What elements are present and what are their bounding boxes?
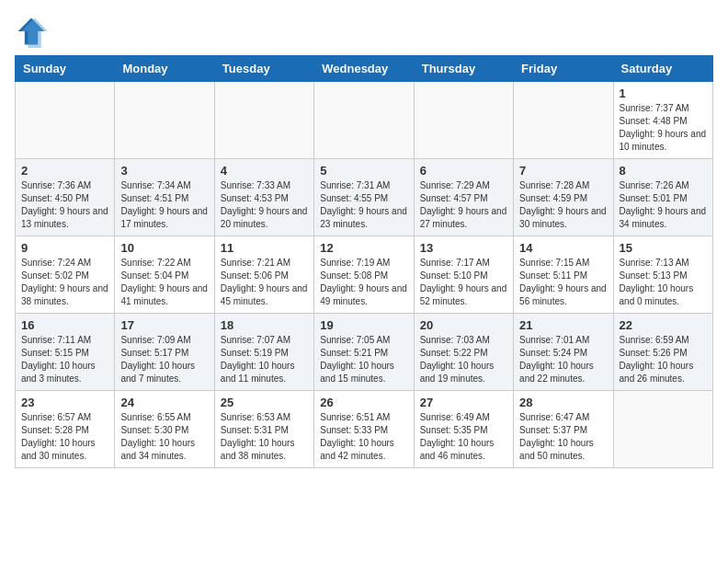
calendar-cell: 18Sunrise: 7:07 AM Sunset: 5:19 PM Dayli… — [214, 314, 313, 391]
weekday-header: Friday — [514, 56, 613, 82]
day-number: 15 — [620, 241, 707, 255]
day-number: 20 — [420, 318, 507, 332]
weekday-header: Tuesday — [214, 56, 313, 82]
day-number: 1 — [620, 86, 707, 100]
day-info: Sunrise: 7:34 AM Sunset: 4:51 PM Dayligh… — [120, 179, 208, 231]
weekday-header: Saturday — [613, 56, 712, 82]
calendar-cell: 24Sunrise: 6:55 AM Sunset: 5:30 PM Dayli… — [115, 391, 214, 468]
calendar-week-row: 2Sunrise: 7:36 AM Sunset: 4:50 PM Daylig… — [16, 159, 713, 236]
calendar-cell: 26Sunrise: 6:51 AM Sunset: 5:33 PM Dayli… — [314, 391, 414, 468]
day-info: Sunrise: 7:03 AM Sunset: 5:22 PM Dayligh… — [420, 334, 507, 385]
day-info: Sunrise: 7:15 AM Sunset: 5:11 PM Dayligh… — [519, 257, 607, 308]
day-info: Sunrise: 7:29 AM Sunset: 4:57 PM Dayligh… — [420, 179, 507, 231]
day-number: 12 — [320, 241, 407, 255]
calendar-cell: 3Sunrise: 7:34 AM Sunset: 4:51 PM Daylig… — [115, 159, 214, 236]
day-number: 7 — [519, 164, 607, 178]
day-info: Sunrise: 7:05 AM Sunset: 5:21 PM Dayligh… — [320, 334, 407, 385]
logo-icon — [15, 15, 48, 48]
day-info: Sunrise: 6:57 AM Sunset: 5:28 PM Dayligh… — [21, 411, 108, 463]
day-number: 17 — [120, 318, 208, 332]
day-info: Sunrise: 7:37 AM Sunset: 4:48 PM Dayligh… — [620, 102, 707, 154]
calendar-cell — [16, 82, 115, 159]
day-info: Sunrise: 7:24 AM Sunset: 5:02 PM Dayligh… — [21, 257, 108, 308]
calendar-cell — [414, 82, 513, 159]
calendar-cell: 27Sunrise: 6:49 AM Sunset: 5:35 PM Dayli… — [414, 391, 513, 468]
calendar-week-row: 9Sunrise: 7:24 AM Sunset: 5:02 PM Daylig… — [16, 236, 713, 314]
calendar-cell: 12Sunrise: 7:19 AM Sunset: 5:08 PM Dayli… — [314, 236, 414, 314]
day-info: Sunrise: 6:55 AM Sunset: 5:30 PM Dayligh… — [120, 411, 208, 463]
calendar-cell: 4Sunrise: 7:33 AM Sunset: 4:53 PM Daylig… — [214, 159, 313, 236]
calendar-cell: 19Sunrise: 7:05 AM Sunset: 5:21 PM Dayli… — [314, 314, 414, 391]
calendar-cell: 25Sunrise: 6:53 AM Sunset: 5:31 PM Dayli… — [214, 391, 313, 468]
day-info: Sunrise: 7:22 AM Sunset: 5:04 PM Dayligh… — [120, 257, 208, 308]
day-number: 3 — [120, 164, 208, 178]
day-number: 16 — [21, 318, 108, 332]
calendar-cell: 8Sunrise: 7:26 AM Sunset: 5:01 PM Daylig… — [613, 159, 712, 236]
calendar-cell: 9Sunrise: 7:24 AM Sunset: 5:02 PM Daylig… — [16, 236, 115, 314]
calendar-week-row: 23Sunrise: 6:57 AM Sunset: 5:28 PM Dayli… — [16, 391, 713, 468]
day-info: Sunrise: 7:01 AM Sunset: 5:24 PM Dayligh… — [519, 334, 607, 385]
day-number: 14 — [519, 241, 607, 255]
calendar-cell: 11Sunrise: 7:21 AM Sunset: 5:06 PM Dayli… — [214, 236, 313, 314]
calendar-cell: 13Sunrise: 7:17 AM Sunset: 5:10 PM Dayli… — [414, 236, 513, 314]
day-number: 10 — [120, 241, 208, 255]
day-number: 6 — [420, 164, 507, 178]
calendar-cell: 15Sunrise: 7:13 AM Sunset: 5:13 PM Dayli… — [613, 236, 712, 314]
day-info: Sunrise: 7:36 AM Sunset: 4:50 PM Dayligh… — [21, 179, 108, 231]
day-info: Sunrise: 7:17 AM Sunset: 5:10 PM Dayligh… — [420, 257, 507, 308]
day-info: Sunrise: 6:53 AM Sunset: 5:31 PM Dayligh… — [221, 411, 308, 463]
calendar-cell: 16Sunrise: 7:11 AM Sunset: 5:15 PM Dayli… — [16, 314, 115, 391]
day-info: Sunrise: 7:13 AM Sunset: 5:13 PM Dayligh… — [620, 257, 707, 308]
calendar-cell — [314, 82, 414, 159]
day-number: 2 — [21, 164, 108, 178]
weekday-header: Sunday — [16, 56, 115, 82]
calendar-cell: 14Sunrise: 7:15 AM Sunset: 5:11 PM Dayli… — [514, 236, 613, 314]
day-number: 21 — [519, 318, 607, 332]
calendar-week-row: 16Sunrise: 7:11 AM Sunset: 5:15 PM Dayli… — [16, 314, 713, 391]
day-number: 18 — [221, 318, 308, 332]
calendar-cell — [613, 391, 712, 468]
weekday-header: Monday — [115, 56, 214, 82]
calendar-cell: 22Sunrise: 6:59 AM Sunset: 5:26 PM Dayli… — [613, 314, 712, 391]
calendar-cell — [514, 82, 613, 159]
calendar-cell: 17Sunrise: 7:09 AM Sunset: 5:17 PM Dayli… — [115, 314, 214, 391]
day-info: Sunrise: 6:51 AM Sunset: 5:33 PM Dayligh… — [320, 411, 407, 463]
calendar-cell: 7Sunrise: 7:28 AM Sunset: 4:59 PM Daylig… — [514, 159, 613, 236]
day-number: 22 — [620, 318, 707, 332]
day-info: Sunrise: 7:33 AM Sunset: 4:53 PM Dayligh… — [221, 179, 308, 231]
day-info: Sunrise: 7:28 AM Sunset: 4:59 PM Dayligh… — [519, 179, 607, 231]
calendar-table: SundayMondayTuesdayWednesdayThursdayFrid… — [15, 55, 713, 468]
calendar-header-row: SundayMondayTuesdayWednesdayThursdayFrid… — [16, 56, 713, 82]
day-info: Sunrise: 7:19 AM Sunset: 5:08 PM Dayligh… — [320, 257, 407, 308]
day-number: 9 — [21, 241, 108, 255]
day-number: 27 — [420, 396, 507, 409]
day-number: 5 — [320, 164, 407, 178]
calendar-cell: 28Sunrise: 6:47 AM Sunset: 5:37 PM Dayli… — [514, 391, 613, 468]
calendar-week-row: 1Sunrise: 7:37 AM Sunset: 4:48 PM Daylig… — [16, 82, 713, 159]
day-number: 23 — [21, 396, 108, 409]
day-info: Sunrise: 6:49 AM Sunset: 5:35 PM Dayligh… — [420, 411, 507, 463]
day-number: 19 — [320, 318, 407, 332]
day-info: Sunrise: 7:21 AM Sunset: 5:06 PM Dayligh… — [221, 257, 308, 308]
day-info: Sunrise: 7:11 AM Sunset: 5:15 PM Dayligh… — [21, 334, 108, 385]
day-info: Sunrise: 6:59 AM Sunset: 5:26 PM Dayligh… — [620, 334, 707, 385]
day-number: 13 — [420, 241, 507, 255]
day-info: Sunrise: 7:07 AM Sunset: 5:19 PM Dayligh… — [221, 334, 308, 385]
calendar-cell: 10Sunrise: 7:22 AM Sunset: 5:04 PM Dayli… — [115, 236, 214, 314]
day-info: Sunrise: 7:26 AM Sunset: 5:01 PM Dayligh… — [620, 179, 707, 231]
calendar-cell: 2Sunrise: 7:36 AM Sunset: 4:50 PM Daylig… — [16, 159, 115, 236]
logo — [15, 15, 51, 48]
day-number: 8 — [620, 164, 707, 178]
day-number: 24 — [120, 396, 208, 409]
calendar-cell — [214, 82, 313, 159]
calendar-cell — [115, 82, 214, 159]
day-number: 28 — [519, 396, 607, 409]
day-number: 4 — [221, 164, 308, 178]
day-number: 26 — [320, 396, 407, 409]
calendar-cell: 1Sunrise: 7:37 AM Sunset: 4:48 PM Daylig… — [613, 82, 712, 159]
page-header — [15, 15, 713, 48]
calendar-cell: 5Sunrise: 7:31 AM Sunset: 4:55 PM Daylig… — [314, 159, 414, 236]
calendar-cell: 21Sunrise: 7:01 AM Sunset: 5:24 PM Dayli… — [514, 314, 613, 391]
day-info: Sunrise: 6:47 AM Sunset: 5:37 PM Dayligh… — [519, 411, 607, 463]
day-info: Sunrise: 7:09 AM Sunset: 5:17 PM Dayligh… — [120, 334, 208, 385]
